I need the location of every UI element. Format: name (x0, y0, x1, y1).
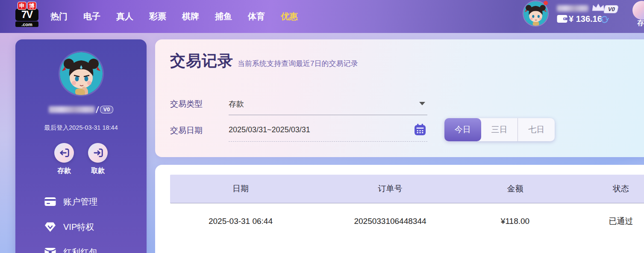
sidebar-item-account[interactable]: 账户管理 (44, 193, 97, 210)
logo-badge-left: 申 (18, 2, 26, 10)
quick-actions: 存款 取款 (15, 143, 147, 176)
date-underline (229, 141, 427, 142)
cell-status: 已通过 (561, 204, 644, 239)
refresh-balance-icon[interactable] (600, 15, 609, 24)
card-icon (44, 197, 56, 206)
sidebar-item-label: VIP特权 (63, 221, 94, 233)
table-header: 日期 订单号 金额 状态 (170, 175, 644, 203)
deposit-icon (54, 143, 74, 163)
sidebar-avatar[interactable] (60, 52, 103, 95)
site-logo[interactable]: 申 博 7V .com (15, 2, 38, 27)
table-row: 2025-03-31 06:44 2025033106448344 ¥118.0… (170, 204, 644, 239)
range-button-3days[interactable]: 三日 (481, 118, 518, 141)
page-subtitle: 当前系统支持查询最近7日的交易记录 (238, 59, 358, 68)
sidebar-menu: 账户管理 VIP特权 红利红包 (44, 193, 97, 253)
transaction-type-select[interactable]: 存款 (229, 99, 244, 109)
sidebar-level-badge: V0 (100, 106, 113, 113)
cell-order: 2025033106448344 (311, 204, 469, 239)
sidebar-item-label: 账户管理 (63, 196, 97, 208)
topbar-blurred-username (557, 5, 588, 12)
gem-icon (44, 222, 56, 232)
transaction-date-input[interactable]: 2025/03/31~2025/03/31 (229, 125, 310, 134)
avatar-image (523, 1, 548, 26)
chevron-down-icon[interactable] (419, 102, 425, 105)
nav-item-cards[interactable]: 棋牌 (182, 11, 199, 22)
page-title: 交易记录 (170, 51, 233, 71)
header-status: 状态 (561, 175, 644, 203)
cell-date: 2025-03-31 06:44 (170, 204, 311, 239)
balance-amount: ¥ 136.16 (569, 14, 602, 24)
sidebar-username-row: V0 (15, 106, 147, 113)
transaction-filter-panel: 交易记录 当前系统支持查询最近7日的交易记录 交易类型 存款 交易日期 2025… (155, 39, 644, 157)
nav-item-promo[interactable]: 优惠 (281, 11, 298, 22)
calendar-icon[interactable] (414, 123, 426, 136)
date-range-buttons: 今日 三日 七日 (444, 118, 555, 141)
type-underline (229, 115, 427, 115)
range-button-today[interactable]: 今日 (444, 118, 481, 141)
logo-main-text: 7V (15, 9, 38, 21)
red-packet-icon (44, 247, 56, 253)
nav-item-sports[interactable]: 体育 (248, 11, 265, 22)
header-date: 日期 (170, 175, 311, 203)
nav-item-slots[interactable]: 电子 (83, 11, 100, 22)
logo-badge-right: 博 (27, 2, 36, 10)
range-button-7days[interactable]: 七日 (518, 118, 555, 141)
last-login-text: 最后登入2025-03-31 18:44 (15, 124, 147, 132)
logo-sub-text: .com (15, 21, 38, 27)
floating-service-icon[interactable] (632, 1, 644, 20)
avatar-image (60, 52, 103, 95)
sidebar-item-label: 红利红包 (63, 247, 97, 253)
nav-item-lottery[interactable]: 彩票 (149, 11, 166, 22)
topbar-level-badge: V0 (603, 5, 619, 13)
cell-amount: ¥118.00 (469, 204, 561, 239)
withdraw-label: 取款 (91, 167, 105, 176)
nav-item-hot[interactable]: 热门 (50, 11, 68, 22)
nav-item-fishing[interactable]: 捕鱼 (215, 11, 232, 22)
header-order: 订单号 (311, 175, 469, 203)
transaction-type-label: 交易类型 (170, 98, 203, 110)
transaction-date-label: 交易日期 (170, 125, 203, 136)
deposit-label: 存款 (57, 167, 71, 176)
sidebar-item-redpacket[interactable]: 红利红包 (44, 244, 97, 253)
floating-deposit-label[interactable]: 存 (637, 19, 644, 28)
sidebar-item-vip[interactable]: VIP特权 (44, 219, 97, 235)
transaction-table-panel: 日期 订单号 金额 状态 2025-03-31 06:44 2025033106… (155, 165, 644, 253)
title-row: 交易记录 当前系统支持查询最近7日的交易记录 (170, 51, 358, 71)
topbar-avatar[interactable] (523, 1, 548, 26)
header-amount: 金额 (469, 175, 561, 203)
sidebar: V0 最后登入2025-03-31 18:44 存款 取款 (15, 39, 147, 253)
sidebar-blurred-username (49, 106, 95, 113)
badge-slash (96, 106, 99, 113)
wallet-icon (557, 15, 568, 23)
notification-dot (544, 1, 548, 5)
nav-item-live[interactable]: 真人 (116, 11, 133, 22)
main-nav: 热门 电子 真人 彩票 棋牌 捕鱼 体育 优惠 (50, 0, 298, 33)
deposit-button[interactable]: 存款 (54, 143, 74, 176)
withdraw-button[interactable]: 取款 (88, 143, 108, 176)
top-navbar: 申 博 7V .com 热门 电子 真人 彩票 棋牌 捕鱼 体育 优惠 (0, 0, 644, 33)
withdraw-icon (88, 143, 108, 163)
